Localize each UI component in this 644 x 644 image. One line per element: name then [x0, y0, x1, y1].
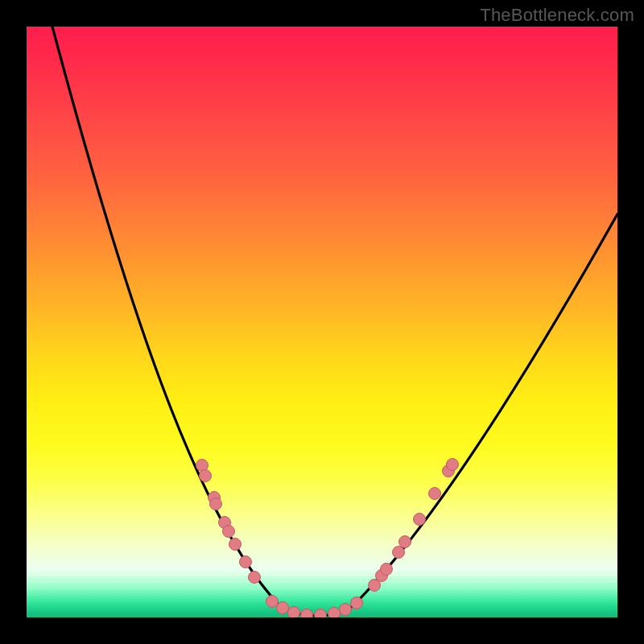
chart-frame: TheBottleneck.com: [0, 0, 644, 644]
marker-bottom-0: [266, 596, 279, 608]
marker-bottom-2: [288, 607, 300, 618]
marker-left-6: [229, 539, 242, 551]
marker-right-2: [381, 564, 393, 576]
marker-bottom-3: [301, 609, 313, 618]
marker-bottom-1: [277, 602, 289, 614]
marker-left-8: [249, 572, 261, 584]
marker-right-3: [393, 547, 405, 559]
marker-left-1: [200, 470, 212, 482]
marker-bottom-5: [328, 608, 341, 618]
marker-left-3: [210, 498, 222, 510]
marker-bottom-4: [315, 609, 327, 618]
marker-left-7: [240, 556, 252, 568]
marker-left-5: [223, 526, 235, 538]
marker-bottom-7: [351, 597, 363, 609]
watermark-text: TheBottleneck.com: [480, 5, 634, 26]
marker-right-5: [414, 514, 426, 526]
bottleneck-curve: [52, 27, 617, 616]
marker-right-8: [447, 459, 459, 471]
plot-area: [27, 27, 617, 617]
curve-markers: [196, 459, 459, 618]
marker-bottom-6: [340, 604, 352, 616]
marker-right-6: [429, 488, 441, 500]
curve-svg: [27, 27, 617, 617]
marker-right-4: [399, 536, 411, 548]
